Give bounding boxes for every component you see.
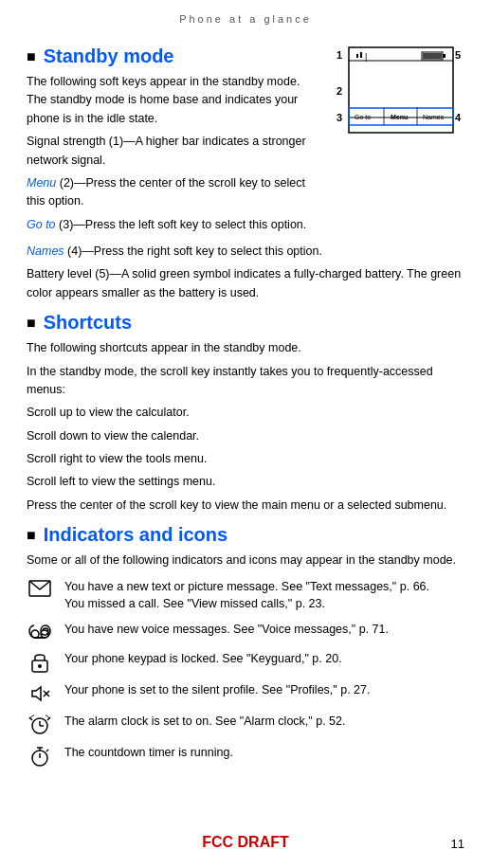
diagram-svg: | 1 5 2 Go to Menu Names 3 bbox=[332, 40, 464, 144]
svg-text:Menu: Menu bbox=[391, 114, 408, 120]
shortcuts-para-6: Scroll left to view the settings menu. bbox=[27, 473, 464, 491]
indicator-row-6: The countdown timer is running. bbox=[27, 744, 464, 768]
indicators-list: You have a new text or picture message. … bbox=[27, 578, 464, 769]
svg-text:3: 3 bbox=[336, 112, 342, 123]
names-link: Names bbox=[27, 244, 64, 258]
indicator-text-2: You have new voice messages. See "Voice … bbox=[64, 621, 464, 639]
indicators-heading: Indicators and icons bbox=[27, 524, 464, 546]
shortcuts-para-3: Scroll up to view the calculator. bbox=[27, 404, 464, 422]
envelope-icon bbox=[27, 579, 53, 598]
standby-section: Standby mode The following soft keys app… bbox=[27, 36, 464, 239]
svg-text:4: 4 bbox=[455, 112, 462, 123]
svg-rect-7 bbox=[443, 54, 446, 58]
shortcuts-para-1: The following shortcuts appear in the st… bbox=[27, 339, 464, 357]
indicator-text-1: You have a new text or picture message. … bbox=[64, 578, 464, 614]
indicator-row-2: You have new voice messages. See "Voice … bbox=[27, 621, 464, 642]
standby-para-4: Go to (3)—Press the left soft key to sel… bbox=[27, 216, 322, 234]
indicator-text-5: The alarm clock is set to on. See "Alarm… bbox=[64, 713, 464, 731]
shortcuts-para-2: In the standby mode, the scroll key inst… bbox=[27, 363, 464, 400]
footer-page-number: 11 bbox=[451, 837, 464, 851]
page-header: Phone at a glance bbox=[0, 0, 491, 30]
svg-text:Go to: Go to bbox=[355, 114, 371, 120]
shortcuts-section: Shortcuts The following shortcuts appear… bbox=[27, 312, 464, 515]
standby-para-5: Names (4)—Press the right soft key to se… bbox=[27, 243, 464, 261]
shortcuts-para-4: Scroll down to view the calendar. bbox=[27, 427, 464, 445]
svg-rect-8 bbox=[423, 53, 442, 59]
main-content: Standby mode The following soft keys app… bbox=[0, 30, 491, 794]
standby-diagram: | 1 5 2 Go to Menu Names 3 bbox=[332, 40, 464, 147]
goto-link: Go to bbox=[27, 218, 56, 231]
header-title: Phone at a glance bbox=[179, 13, 312, 25]
svg-point-25 bbox=[38, 664, 42, 668]
standby-para-3: Menu (2)—Press the center of the scroll … bbox=[27, 174, 322, 211]
indicators-section: Indicators and icons Some or all of the … bbox=[27, 524, 464, 768]
standby-para-1: The following soft keys appear in the st… bbox=[27, 73, 322, 128]
alarm-clock-icon bbox=[27, 714, 53, 736]
standby-para-2: Signal strength (1)—A higher bar indicat… bbox=[27, 133, 322, 170]
shortcuts-heading: Shortcuts bbox=[27, 312, 464, 334]
keypad-lock-icon bbox=[27, 651, 53, 674]
indicator-text-6: The countdown timer is running. bbox=[64, 744, 464, 762]
svg-text:Names: Names bbox=[423, 114, 445, 120]
indicator-row-3: Your phone keypad is locked. See "Keygua… bbox=[27, 650, 464, 674]
svg-text:5: 5 bbox=[455, 49, 461, 61]
svg-point-21 bbox=[31, 630, 39, 638]
menu-link: Menu bbox=[27, 176, 56, 190]
svg-rect-4 bbox=[360, 52, 362, 58]
svg-text:2: 2 bbox=[336, 85, 342, 97]
svg-line-35 bbox=[46, 750, 48, 751]
page-footer: FCC DRAFT 11 bbox=[0, 834, 491, 851]
standby-text-block: Standby mode The following soft keys app… bbox=[27, 36, 322, 239]
indicators-intro: Some or all of the following indicators … bbox=[27, 552, 464, 570]
voicemail-icon bbox=[27, 622, 53, 642]
indicator-row-5: The alarm clock is set to on. See "Alarm… bbox=[27, 713, 464, 736]
standby-para-6: Battery level (5)—A solid green symbol i… bbox=[27, 265, 464, 302]
countdown-timer-icon bbox=[27, 745, 53, 768]
footer-label: FCC DRAFT bbox=[202, 834, 289, 850]
standby-heading: Standby mode bbox=[27, 45, 322, 67]
indicator-row-1: You have a new text or picture message. … bbox=[27, 578, 464, 614]
shortcuts-para-7: Press the center of the scroll key to vi… bbox=[27, 497, 464, 515]
svg-text:|: | bbox=[365, 52, 367, 62]
indicator-text-3: Your phone keypad is locked. See "Keygua… bbox=[64, 650, 464, 668]
indicator-row-4: Your phone is set to the silent profile.… bbox=[27, 681, 464, 705]
silent-profile-icon bbox=[27, 682, 53, 705]
indicator-text-4: Your phone is set to the silent profile.… bbox=[64, 681, 464, 699]
svg-rect-3 bbox=[356, 54, 358, 58]
svg-text:1: 1 bbox=[336, 49, 342, 61]
shortcuts-para-5: Scroll right to view the tools menu. bbox=[27, 450, 464, 468]
